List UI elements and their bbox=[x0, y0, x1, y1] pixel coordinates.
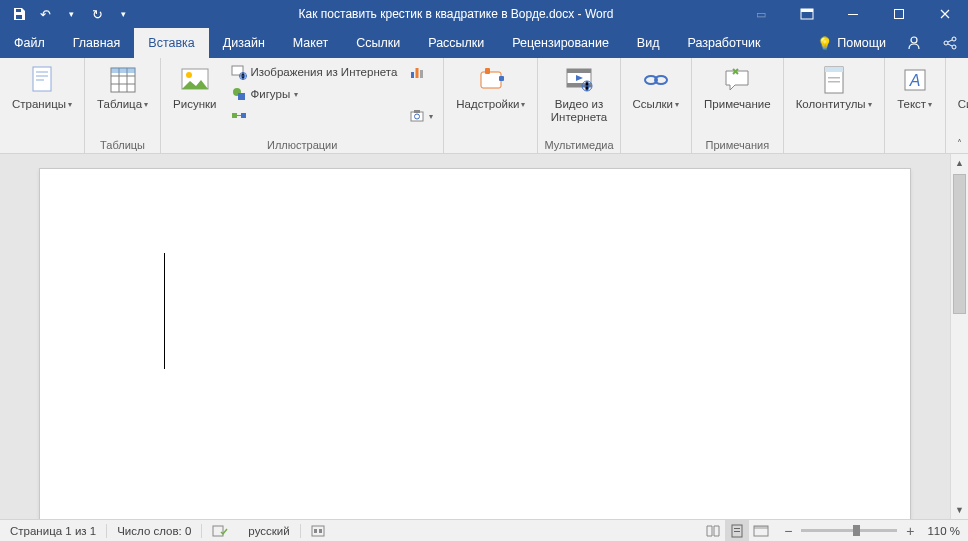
collapse-ribbon-button[interactable]: ˄ bbox=[957, 138, 962, 149]
minimize-button[interactable] bbox=[830, 0, 876, 28]
svg-point-17 bbox=[186, 72, 192, 78]
zoom-slider[interactable] bbox=[801, 529, 897, 532]
svg-rect-54 bbox=[754, 526, 768, 529]
text-button[interactable]: A Текст▾ bbox=[891, 62, 939, 113]
close-button[interactable] bbox=[922, 0, 968, 28]
zoom-in-button[interactable]: + bbox=[903, 524, 917, 538]
tab-design[interactable]: Дизайн bbox=[209, 28, 279, 58]
svg-rect-12 bbox=[36, 75, 48, 77]
dropdown-icon: ▾ bbox=[68, 100, 72, 109]
comment-icon bbox=[721, 64, 753, 96]
svg-rect-49 bbox=[319, 529, 322, 533]
svg-rect-23 bbox=[241, 113, 246, 118]
tab-layout[interactable]: Макет bbox=[279, 28, 342, 58]
svg-rect-24 bbox=[411, 72, 414, 78]
symbols-button[interactable]: Ω Символы▾ bbox=[952, 62, 968, 113]
spellcheck-status[interactable] bbox=[202, 524, 238, 538]
group-illustrations: Рисунки Изображения из Интернета Фигуры … bbox=[161, 58, 444, 153]
svg-rect-52 bbox=[734, 531, 740, 532]
links-button[interactable]: Ссылки▾ bbox=[627, 62, 686, 113]
tab-developer[interactable]: Разработчик bbox=[673, 28, 774, 58]
macro-status[interactable] bbox=[301, 525, 335, 537]
page-number-status[interactable]: Страница 1 из 1 bbox=[0, 525, 106, 537]
video-icon bbox=[563, 64, 595, 96]
group-headerfooter: Колонтитулы▾ bbox=[784, 58, 885, 153]
sign-in-button[interactable] bbox=[896, 28, 932, 58]
share-button[interactable] bbox=[932, 28, 968, 58]
shapes-icon bbox=[231, 86, 247, 102]
tab-home[interactable]: Главная bbox=[59, 28, 135, 58]
tell-me-button[interactable]: 💡 Помощи bbox=[807, 28, 896, 58]
qat-customize[interactable]: ▾ bbox=[112, 3, 134, 25]
tab-references[interactable]: Ссылки bbox=[342, 28, 414, 58]
svg-rect-29 bbox=[414, 110, 420, 113]
pictures-button[interactable]: Рисунки bbox=[167, 62, 222, 113]
read-mode-button[interactable] bbox=[701, 520, 725, 542]
undo-dropdown[interactable]: ▾ bbox=[60, 3, 82, 25]
comment-button[interactable]: Примечание bbox=[698, 62, 777, 113]
zoom-percent[interactable]: 110 % bbox=[923, 525, 960, 537]
scroll-thumb[interactable] bbox=[953, 174, 966, 314]
tab-view[interactable]: Вид bbox=[623, 28, 674, 58]
text-cursor bbox=[164, 253, 165, 369]
svg-rect-11 bbox=[36, 71, 48, 73]
svg-rect-13 bbox=[36, 79, 44, 81]
scroll-up-button[interactable]: ▲ bbox=[951, 154, 968, 172]
language-status[interactable]: русский bbox=[238, 525, 299, 537]
addins-icon bbox=[475, 64, 507, 96]
pages-button[interactable]: Страницы▾ bbox=[6, 62, 78, 113]
ribbon-display-options[interactable] bbox=[784, 0, 830, 28]
title-bar: ↶ ▾ ↻ ▾ Как поставить крестик в квадрати… bbox=[0, 0, 968, 28]
dropdown-icon: ▾ bbox=[294, 90, 298, 99]
table-button[interactable]: Таблица▾ bbox=[91, 62, 154, 113]
svg-rect-48 bbox=[314, 529, 317, 533]
online-pictures-button[interactable]: Изображения из Интернета bbox=[227, 62, 402, 82]
svg-rect-47 bbox=[312, 526, 324, 536]
svg-rect-51 bbox=[734, 528, 740, 529]
screenshot-button[interactable]: ▾ bbox=[405, 106, 437, 126]
header-footer-button[interactable]: Колонтитулы▾ bbox=[790, 62, 878, 113]
zoom-out-button[interactable]: − bbox=[781, 524, 795, 538]
svg-rect-25 bbox=[416, 68, 419, 78]
scroll-down-button[interactable]: ▼ bbox=[951, 501, 968, 519]
account-area[interactable]: ▭ bbox=[738, 0, 784, 28]
document-page[interactable] bbox=[39, 168, 911, 519]
group-tables: Таблица▾ Таблицы bbox=[85, 58, 161, 153]
scroll-track[interactable] bbox=[951, 172, 968, 501]
save-button[interactable] bbox=[8, 3, 30, 25]
document-viewport[interactable] bbox=[0, 154, 950, 519]
maximize-button[interactable] bbox=[876, 0, 922, 28]
link-icon bbox=[640, 64, 672, 96]
vertical-scrollbar[interactable]: ▲ ▼ bbox=[950, 154, 968, 519]
print-layout-button[interactable] bbox=[725, 520, 749, 542]
group-pages: Страницы▾ bbox=[0, 58, 85, 153]
addins-button[interactable]: Надстройки▾ bbox=[450, 62, 531, 113]
zoom-slider-handle[interactable] bbox=[853, 525, 860, 536]
tab-review[interactable]: Рецензирование bbox=[498, 28, 623, 58]
online-video-button[interactable]: Видео из Интернета bbox=[544, 62, 613, 126]
quick-access-toolbar: ↶ ▾ ↻ ▾ bbox=[0, 3, 134, 25]
svg-rect-27 bbox=[411, 112, 423, 121]
svg-point-7 bbox=[944, 41, 948, 45]
chart-icon bbox=[409, 64, 425, 80]
svg-rect-0 bbox=[16, 9, 21, 12]
svg-rect-4 bbox=[848, 14, 858, 15]
dropdown-icon: ▾ bbox=[868, 100, 872, 109]
undo-button[interactable]: ↶ bbox=[34, 3, 56, 25]
redo-button[interactable]: ↻ bbox=[86, 3, 108, 25]
tab-file[interactable]: Файл bbox=[0, 28, 59, 58]
smartart-button[interactable] bbox=[227, 106, 402, 126]
svg-rect-26 bbox=[420, 70, 423, 78]
word-count-status[interactable]: Число слов: 0 bbox=[107, 525, 201, 537]
shapes-button[interactable]: Фигуры ▾ bbox=[227, 84, 402, 104]
dropdown-icon: ▾ bbox=[675, 100, 679, 109]
dropdown-icon: ▾ bbox=[521, 100, 525, 109]
page-icon bbox=[26, 64, 58, 96]
svg-rect-15 bbox=[111, 68, 135, 73]
tab-mailings[interactable]: Рассылки bbox=[414, 28, 498, 58]
svg-rect-3 bbox=[801, 9, 813, 12]
chart-button[interactable] bbox=[405, 62, 437, 82]
web-layout-button[interactable] bbox=[749, 520, 773, 542]
zoom-control: − + 110 % bbox=[773, 524, 968, 538]
tab-insert[interactable]: Вставка bbox=[134, 28, 208, 58]
